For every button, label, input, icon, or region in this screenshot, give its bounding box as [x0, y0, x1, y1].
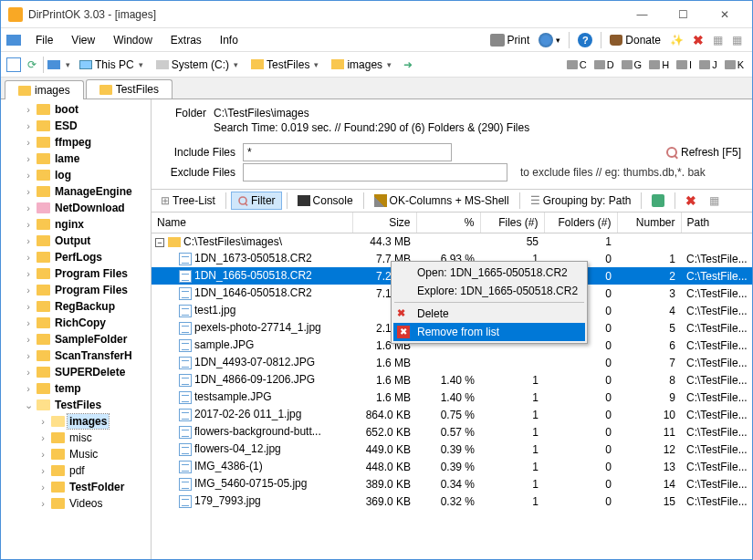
expand-icon[interactable]: › [23, 334, 34, 345]
ctx-remove[interactable]: ✖Remove from list [393, 323, 585, 341]
refresh-icon[interactable]: ⟳ [25, 57, 39, 72]
expand-icon[interactable]: › [37, 482, 48, 493]
tree-item[interactable]: ›Program Files [1, 282, 151, 298]
tree-item[interactable]: ›log [1, 167, 151, 183]
menu-extras[interactable]: Extras [162, 31, 211, 49]
wand-button[interactable]: ✨ [665, 32, 688, 48]
go-icon[interactable]: ➜ [401, 57, 415, 72]
tree-item[interactable]: ›PerfLogs [1, 249, 151, 265]
expand-icon[interactable]: › [23, 252, 34, 263]
expand-icon[interactable]: › [23, 383, 34, 394]
tree-item[interactable]: ›ScanTransferH [1, 347, 151, 364]
table-row[interactable]: 2017-02-26 011_1.jpg864.0 KB0.75 %1010C:… [152, 406, 752, 423]
tree-item[interactable]: ›SUPERDelete [1, 364, 151, 380]
tree-item[interactable]: ›SampleFolder [1, 331, 151, 347]
okcolumns-button[interactable]: OK-Columns + MS-Shell [369, 192, 515, 209]
table-row[interactable]: flowers-background-butt...652.0 KB0.57 %… [152, 423, 752, 441]
expand-icon[interactable]: › [23, 170, 34, 181]
col-name[interactable]: Name [152, 213, 352, 233]
close-button[interactable]: ✕ [704, 2, 745, 27]
tree-item[interactable]: ›temp [1, 380, 151, 397]
tree-item[interactable]: ›NetDownload [1, 200, 151, 216]
expand-icon[interactable]: › [23, 104, 34, 115]
print-button[interactable]: Print [486, 32, 535, 48]
tab-images[interactable]: images [5, 80, 84, 99]
tree-item[interactable]: ⌄TestFiles [1, 397, 151, 413]
table-row[interactable]: IMG_5460-0715-05.jpg389.0 KB0.34 %1014C:… [152, 475, 752, 493]
expand-icon[interactable]: › [37, 449, 48, 460]
menu-info[interactable]: Info [211, 31, 247, 49]
expand-icon[interactable]: › [23, 137, 34, 148]
file-table-container[interactable]: Name Size % Files (#) Folders (#) Number… [152, 213, 752, 559]
expand-icon[interactable]: › [23, 153, 34, 164]
tree-item[interactable]: ›Videos [1, 495, 151, 512]
col-number[interactable]: Number [617, 213, 681, 233]
group-row[interactable]: −C:\TestFiles\images\44.3 MB551 [152, 233, 752, 250]
expand-icon[interactable]: › [23, 367, 34, 378]
monitor-icon[interactable] [47, 60, 60, 69]
drive-C[interactable]: C [564, 58, 590, 71]
tree-item[interactable]: ›ESD [1, 118, 151, 134]
delete-x-button[interactable]: ✖ [680, 192, 702, 210]
expand-icon[interactable]: › [23, 202, 34, 213]
ctx-explore[interactable]: Explore: 1DN_1665-050518.CR2 [393, 282, 585, 300]
tree-item[interactable]: ›nginx [1, 216, 151, 233]
tree-item[interactable]: ›TestFolder [1, 479, 151, 495]
drive-J[interactable]: J [696, 58, 720, 71]
tree-item[interactable]: ›misc [1, 430, 151, 446]
help-button[interactable]: ? [573, 31, 597, 49]
drive-I[interactable]: I [674, 58, 695, 71]
globe-button[interactable]: ▾ [534, 31, 565, 49]
exclude-input[interactable] [243, 163, 507, 181]
table-row[interactable]: 1DN_4493-07-0812.JPG1.6 MB07C:\TestFile.… [152, 354, 752, 371]
expand-icon[interactable]: › [23, 186, 34, 197]
crumb-system[interactable]: System (C:)▾ [152, 57, 244, 73]
list-icon[interactable] [6, 57, 21, 72]
tree-item[interactable]: ›RichCopy [1, 315, 151, 331]
tree-item[interactable]: ›RegBackup [1, 298, 151, 315]
drive-D[interactable]: D [591, 58, 617, 71]
tree-item[interactable]: ›images [1, 413, 151, 430]
drive-K[interactable]: K [722, 58, 747, 71]
save-button[interactable] [646, 192, 670, 209]
tree-item[interactable]: ›ffmpeg [1, 134, 151, 150]
tree-item[interactable]: ›Music [1, 446, 151, 462]
expand-icon[interactable]: › [23, 219, 34, 230]
expand-icon[interactable]: › [23, 285, 34, 296]
del-col-button[interactable]: ✖ [688, 31, 708, 49]
expand-icon[interactable]: › [23, 317, 34, 328]
tab-testfiles[interactable]: TestFiles [86, 79, 173, 99]
tree-item[interactable]: ›Output [1, 233, 151, 249]
col-files[interactable]: Files (#) [480, 213, 544, 233]
drive-G[interactable]: G [619, 58, 645, 71]
ctx-delete[interactable]: ✖Delete [393, 305, 585, 323]
minimize-button[interactable]: — [622, 2, 663, 27]
tree-item[interactable]: ›Program Files [1, 265, 151, 282]
tree-item[interactable]: ›boot [1, 101, 151, 118]
folder-tree[interactable]: ›boot›ESD›ffmpeg›lame›log›ManageEngine›N… [1, 99, 152, 559]
col-folders[interactable]: Folders (#) [544, 213, 617, 233]
table-row[interactable]: 179_7993.jpg369.0 KB0.32 %1015C:\TestFil… [152, 493, 752, 510]
collapse-icon[interactable]: − [155, 238, 164, 247]
console-button[interactable]: Console [292, 192, 359, 209]
tree-item[interactable]: ›pdf [1, 462, 151, 479]
menu-file[interactable]: File [26, 31, 62, 49]
col-pct[interactable]: % [416, 213, 480, 233]
crumb-testfiles[interactable]: TestFiles▾ [247, 57, 324, 73]
filter-button[interactable]: Filter [231, 192, 282, 210]
menu-window[interactable]: Window [104, 31, 162, 49]
dropdown-icon[interactable]: ▾ [64, 60, 72, 69]
col-button2[interactable]: ▦ [727, 32, 747, 48]
expand-icon[interactable]: ⌄ [23, 399, 34, 411]
expand-icon[interactable]: › [23, 350, 34, 361]
include-input[interactable] [243, 143, 452, 161]
table-row[interactable]: testsample.JPG1.6 MB1.40 %109C:\TestFile… [152, 389, 752, 406]
grouping-button[interactable]: ☰Grouping by: Path [525, 192, 637, 209]
table-row[interactable]: IMG_4386-(1)448.0 KB0.39 %1013C:\TestFil… [152, 458, 752, 475]
expand-icon[interactable]: › [37, 465, 48, 476]
table-row[interactable]: 1DN_4866-09-1206.JPG1.6 MB1.40 %108C:\Te… [152, 371, 752, 389]
expand-icon[interactable]: › [23, 120, 34, 131]
expand-icon[interactable]: › [23, 235, 34, 246]
col-button1[interactable]: ▦ [708, 32, 727, 48]
refresh-button[interactable]: Refresh [F5] [666, 146, 741, 159]
